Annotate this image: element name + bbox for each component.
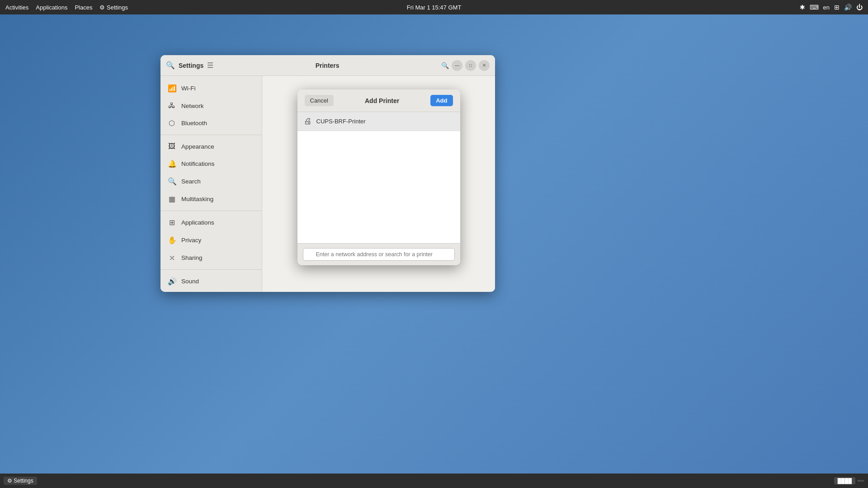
topbar: Activities Applications Places ⚙ Setting… <box>0 0 868 14</box>
appearance-icon: 🖼 <box>168 142 176 150</box>
settings-titlebar: 🔍 Settings ☰ Printers 🔍 — □ ✕ <box>160 55 495 76</box>
wifi-icon: 📶 <box>168 84 176 93</box>
printer-icon: 🖨 <box>304 117 312 126</box>
sidebar-divider-2 <box>160 211 262 211</box>
settings-menu[interactable]: ⚙ Settings <box>99 4 128 11</box>
privacy-icon: ✋ <box>168 236 176 244</box>
printer-list: 🖨 CUPS-BRF-Printer <box>297 112 460 243</box>
sidebar-item-label-privacy: Privacy <box>181 237 201 244</box>
topbar-datetime: Fri Mar 1 15:47 GMT <box>407 4 462 11</box>
sidebar-item-label-notifications: Notifications <box>181 160 215 167</box>
search-sidebar-icon: 🔍 <box>168 177 176 186</box>
sidebar-item-label-search: Search <box>181 178 201 185</box>
taskbar-settings-item[interactable]: ⚙ Settings <box>4 477 37 485</box>
sidebar-item-sound[interactable]: 🔊 Sound <box>160 272 262 290</box>
battery-indicator-2 <box>857 480 864 482</box>
sidebar-item-label-appearance: Appearance <box>181 143 214 150</box>
sidebar-item-wifi[interactable]: 📶 Wi-Fi <box>160 80 262 97</box>
sidebar-item-bluetooth[interactable]: ⬡ Bluetooth <box>160 114 262 132</box>
printer-list-item[interactable]: 🖨 CUPS-BRF-Printer <box>297 112 460 131</box>
multitasking-icon: ▦ <box>168 195 176 203</box>
taskbar-settings-label: ⚙ Settings <box>7 478 33 484</box>
places-menu[interactable]: Places <box>75 4 92 11</box>
sidebar-item-sharing[interactable]: ⤫ Sharing <box>160 249 262 267</box>
settings-printers-title: Printers <box>316 62 340 69</box>
settings-search-icon[interactable]: 🔍 <box>166 61 175 70</box>
sidebar-item-appearance[interactable]: 🖼 Appearance <box>160 138 262 155</box>
settings-window-title: Settings <box>179 62 203 69</box>
printer-name: CUPS-BRF-Printer <box>316 118 366 125</box>
sidebar-item-multitasking[interactable]: ▦ Multitasking <box>160 190 262 208</box>
titlebar-left: 🔍 Settings ☰ <box>166 61 213 70</box>
sidebar-item-search[interactable]: 🔍 Search <box>160 173 262 190</box>
sidebar-item-label-sharing: Sharing <box>181 254 203 261</box>
dialog-search-input[interactable] <box>303 248 455 261</box>
activities-button[interactable]: Activities <box>5 4 28 11</box>
sharing-icon: ⤫ <box>168 253 176 262</box>
dialog-title: Add Printer <box>334 97 430 104</box>
sidebar-item-label-multitasking: Multitasking <box>181 196 213 202</box>
cancel-button[interactable]: Cancel <box>305 95 334 106</box>
maximize-button[interactable]: □ <box>465 60 476 71</box>
sidebar-item-label-network: Network <box>181 103 204 109</box>
applications-menu[interactable]: Applications <box>36 4 67 11</box>
settings-sidebar: 📶 Wi-Fi 🖧 Network ⬡ Bluetooth 🖼 Appearan… <box>160 76 262 292</box>
sidebar-divider-1 <box>160 135 262 135</box>
sidebar-divider-3 <box>160 269 262 270</box>
taskbar-right: ████ <box>834 477 864 484</box>
settings-menu-icon[interactable]: ☰ <box>207 61 213 70</box>
language-indicator[interactable]: en <box>823 4 830 11</box>
accessibility-icon[interactable]: ✱ <box>800 4 805 11</box>
keyboard-icon[interactable]: ⌨ <box>810 4 819 11</box>
taskbar: ⚙ Settings ████ <box>0 474 868 488</box>
dialog-search-bar: 🔍 <box>297 243 460 265</box>
desktop: 🔍 Settings ☰ Printers 🔍 — □ ✕ 📶 Wi-Fi <box>0 14 868 474</box>
volume-icon[interactable]: 🔊 <box>844 4 852 11</box>
close-button[interactable]: ✕ <box>479 60 490 71</box>
sidebar-item-label-wifi: Wi-Fi <box>181 85 195 92</box>
sidebar-item-label-bluetooth: Bluetooth <box>181 120 207 127</box>
topbar-left: Activities Applications Places ⚙ Setting… <box>5 4 128 11</box>
sound-icon: 🔊 <box>168 277 176 286</box>
settings-window: 🔍 Settings ☰ Printers 🔍 — □ ✕ 📶 Wi-Fi <box>160 55 495 292</box>
dialog-search-wrapper: 🔍 <box>303 248 455 261</box>
sidebar-item-applications[interactable]: ⊞ Applications <box>160 214 262 231</box>
titlebar-right: 🔍 — □ ✕ <box>441 60 490 71</box>
sidebar-item-privacy[interactable]: ✋ Privacy <box>160 231 262 249</box>
add-button[interactable]: Add <box>430 95 453 106</box>
add-printer-dialog: Cancel Add Printer Add 🖨 CUPS-BRF-Printe… <box>297 89 460 265</box>
sidebar-item-label-applications: Applications <box>181 219 214 226</box>
bluetooth-icon: ⬡ <box>168 119 176 127</box>
sidebar-item-label-sound: Sound <box>181 278 199 285</box>
topbar-right: ✱ ⌨ en ⊞ 🔊 ⏻ <box>800 4 863 11</box>
power-menu-icon[interactable]: ⏻ <box>856 4 863 11</box>
sidebar-item-notifications[interactable]: 🔔 Notifications <box>160 155 262 173</box>
sidebar-item-network[interactable]: 🖧 Network <box>160 97 262 114</box>
applications-icon: ⊞ <box>168 218 176 227</box>
sidebar-item-power[interactable]: ⚡ Power <box>160 290 262 292</box>
network-icon[interactable]: ⊞ <box>834 4 840 11</box>
add-printer-dialog-overlay: Cancel Add Printer Add 🖨 CUPS-BRF-Printe… <box>262 76 495 292</box>
battery-indicator: ████ <box>834 477 855 484</box>
printers-search-icon[interactable]: 🔍 <box>441 62 449 69</box>
notifications-icon: 🔔 <box>168 160 176 168</box>
network-sidebar-icon: 🖧 <box>168 102 176 110</box>
minimize-button[interactable]: — <box>452 60 462 71</box>
dialog-titlebar: Cancel Add Printer Add <box>297 89 460 112</box>
